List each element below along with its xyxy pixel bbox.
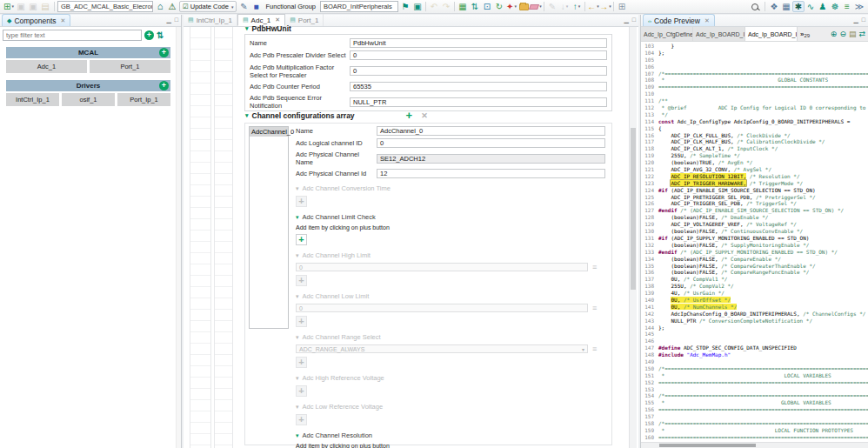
chevron-down-icon[interactable]: ▾ — [514, 4, 517, 9]
eraser-icon[interactable]: ▾ — [530, 1, 542, 12]
file-tab[interactable]: Adc_Ip_BOARD_Init... — [693, 27, 745, 41]
component-button-port_1[interactable]: Port_1 — [90, 60, 170, 73]
channel-list[interactable]: AdcChannel_0 — [249, 126, 289, 329]
menu-icon[interactable]: ≡ — [592, 345, 597, 353]
code-line: 117 ADC_IP_CLK_HALF_BUS, /* CalibrationC… — [643, 138, 868, 145]
functional-group-icon[interactable]: ■ — [250, 1, 262, 12]
open-editor-icon[interactable]: ⊞ — [616, 1, 628, 12]
close-icon[interactable]: ✕ — [704, 17, 710, 24]
close-icon[interactable]: ✕ — [275, 17, 280, 23]
adc-pdb-multiplication-factor-select-for-prescaler-field[interactable]: 0 — [350, 66, 607, 76]
config-tools-icon[interactable]: ✱ — [792, 1, 805, 12]
component-button-adc_1[interactable]: Adc_1 — [6, 60, 87, 73]
toolbar-separator — [54, 2, 55, 11]
chevron-down-icon[interactable]: ▾ — [11, 4, 14, 9]
forward-icon[interactable]: →▾ — [599, 1, 611, 12]
maximize-icon[interactable]: □ — [632, 17, 636, 23]
menu-icon[interactable]: ≡ — [592, 264, 597, 271]
add-channel-button[interactable]: + — [406, 111, 413, 120]
zoom-in-icon[interactable]: ⊕ — [831, 30, 838, 38]
remove-channel-button[interactable]: ✕ — [421, 111, 428, 120]
adc-pdb-prescaler-divider-select-field[interactable]: 0 — [350, 50, 607, 60]
update-code-button[interactable]: ☑ Update Code ▾ — [179, 1, 237, 12]
pins-tool-icon[interactable]: ∿ — [805, 1, 817, 12]
chevron-down-icon[interactable]: ▾ — [578, 4, 581, 9]
chevron-down-icon[interactable]: ▾ — [539, 4, 542, 9]
editor-scrollbar-thumb[interactable] — [631, 128, 636, 290]
folder-icon[interactable] — [517, 1, 530, 12]
adc-pdb-counter-period-field[interactable]: 65535 — [350, 82, 607, 91]
sort-icon[interactable]: ⇅ — [157, 30, 164, 40]
subsection-adc-channel-limit-check[interactable]: ▾Adc Channel Limit Check — [296, 213, 605, 221]
minimize-icon[interactable]: ▁ — [853, 17, 858, 23]
search-icon[interactable] — [751, 3, 758, 10]
maximize-icon[interactable]: □ — [175, 17, 178, 23]
component-icon[interactable]: ▦ — [457, 1, 469, 12]
project-field[interactable]: GB_ADC_MCAL_Basic_ElecronicsV_S3 — [57, 1, 153, 12]
name-field[interactable]: PdbHwUnit — [350, 38, 607, 48]
tab-overflow-button[interactable]: »29 — [798, 27, 812, 41]
export-icon[interactable]: ↑▾ — [571, 1, 583, 12]
code-hscrollbar-thumb[interactable] — [659, 444, 756, 447]
section-pdbhwunit-header[interactable]: ▾ PdbHwUnit — [245, 24, 291, 33]
back-icon[interactable]: ←▾ — [587, 1, 599, 12]
section-channel-config-header[interactable]: ▾ Channel configurations array + ✕ — [245, 111, 428, 120]
editor-scrollbar[interactable] — [629, 27, 637, 448]
tab-components[interactable]: ◆ Components ✕ — [2, 14, 70, 26]
name-field[interactable]: AdcChannel_0 — [377, 126, 605, 136]
clocks-tool-icon[interactable]: ☸ — [829, 1, 841, 12]
validate-warning-icon[interactable]: ⚠ — [166, 1, 178, 12]
key-icon[interactable]: ✦▾ — [505, 1, 517, 12]
editor-tab-intctrl_ip_1[interactable]: ▤IntCtrl_Ip_1 — [184, 14, 237, 26]
add-icon[interactable]: + — [159, 81, 169, 90]
toolbar-separator — [765, 2, 765, 11]
home-icon[interactable]: ⌂ — [154, 1, 166, 12]
component-button-port_ip_1[interactable]: Port_Ip_1 — [117, 93, 170, 106]
chevron-down-icon[interactable]: ▾ — [566, 4, 569, 9]
add-icon[interactable]: + — [159, 48, 169, 57]
filter-input[interactable] — [3, 30, 142, 41]
toolbar-separator — [584, 2, 585, 11]
update-code-checkbox[interactable]: ☑ — [183, 3, 189, 10]
menu-icon[interactable]: ≡ — [592, 304, 597, 312]
minimize-icon[interactable]: ▁ — [166, 17, 170, 23]
more-tools-icon[interactable]: ≫ — [853, 1, 865, 12]
peripherals-tool-icon[interactable]: ≡ — [841, 1, 853, 12]
functional-group-select[interactable]: BOARD_InitPeripherals — [320, 1, 398, 12]
file-tab[interactable]: Adc_Ip_CfgDefines.h — [641, 27, 693, 41]
display-icon[interactable]: ▣ — [411, 1, 424, 12]
code-line: 150/*===================================… — [643, 365, 868, 372]
subsection-adc-channel-resolution[interactable]: ▾Adc Channel Resolution — [296, 431, 605, 439]
resource-perspective-icon[interactable]: ▦ — [780, 1, 792, 12]
adc-pdb-sequence-error-notification-field[interactable]: NULL_PTR — [350, 97, 607, 107]
chevron-down-icon[interactable]: ▾ — [231, 4, 234, 10]
add-component-icon[interactable]: + — [144, 30, 154, 40]
minimize-icon[interactable]: ▁ — [624, 17, 628, 23]
component-button-osif_1[interactable]: osif_1 — [62, 93, 115, 106]
add-item-button[interactable]: + — [296, 234, 307, 245]
close-icon[interactable]: ✕ — [61, 17, 66, 24]
refresh-icon[interactable]: ↻ — [493, 1, 505, 12]
components-scrollbar[interactable] — [176, 27, 181, 448]
chevron-down-icon[interactable]: ▾ — [609, 4, 611, 9]
file-tab[interactable]: Adc_Ip_BOARD_Init... — [745, 27, 798, 41]
tab-code-preview[interactable]: ‹› Code Preview ✕ — [643, 14, 715, 26]
code-hscrollbar[interactable] — [641, 442, 868, 448]
sort-icon[interactable]: ⇅ — [469, 1, 481, 12]
compare-icon[interactable]: ⇄ — [858, 30, 865, 38]
generate-code-icon[interactable]: ✎ — [237, 1, 250, 12]
pin-flag-icon[interactable]: ⚑ — [399, 1, 411, 12]
adc-physical-channel-id-field[interactable]: 12 — [377, 169, 605, 178]
code-line: 139 4U, /* UsrGain */ — [643, 290, 868, 297]
console-icon[interactable]: ⊡ — [481, 1, 493, 12]
adc-logical-channel-id-field[interactable]: 0 — [377, 138, 605, 148]
zoom-out-icon[interactable]: ⊖ — [839, 30, 846, 38]
code-line: 144}; — [643, 324, 868, 331]
component-button-intctrl_ip_1[interactable]: IntCtrl_Ip_1 — [6, 93, 59, 106]
list-item-adcchannel_0[interactable]: AdcChannel_0 — [250, 127, 288, 137]
new-wizard-icon[interactable]: ⊞▾ — [3, 1, 15, 12]
save-preview-icon[interactable]: ▤ — [849, 30, 857, 38]
open-perspective-icon[interactable]: ❖ — [768, 1, 780, 12]
maximize-icon[interactable]: □ — [862, 17, 865, 23]
person-icon[interactable]: ♟ — [817, 1, 829, 12]
